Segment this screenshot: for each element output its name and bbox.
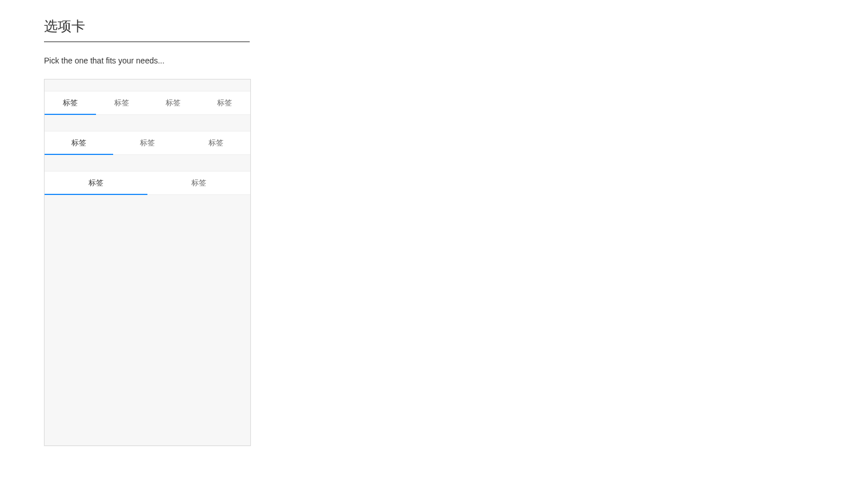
tab-item[interactable]: 标签 [45,91,96,114]
tab-label: 标签 [191,178,206,188]
device-frame: 标签 标签 标签 标签 标签 标签 标签 [44,79,251,446]
page-title: 选项卡 [44,17,250,42]
tab-label: 标签 [166,98,181,108]
page-subtitle: Pick the one that fits your needs... [44,56,824,65]
tab-label: 标签 [217,98,232,108]
tab-label: 标签 [140,138,155,148]
tab-label: 标签 [71,138,86,148]
tab-label: 标签 [63,98,78,108]
tab-item[interactable]: 标签 [45,172,147,194]
tab-label: 标签 [209,138,223,148]
tab-item[interactable]: 标签 [199,91,250,114]
tab-group-2: 标签 标签 [45,171,250,195]
device-body: 标签 标签 标签 标签 标签 标签 标签 [45,79,250,195]
tab-item[interactable]: 标签 [182,132,250,154]
tab-item[interactable]: 标签 [45,132,113,154]
tab-label: 标签 [114,98,129,108]
tab-group-3: 标签 标签 标签 [45,131,250,155]
tab-item[interactable]: 标签 [147,91,199,114]
tab-group-4: 标签 标签 标签 标签 [45,91,250,115]
tab-item[interactable]: 标签 [96,91,147,114]
tab-item[interactable]: 标签 [147,172,250,194]
tab-label: 标签 [89,178,103,188]
tab-item[interactable]: 标签 [113,132,182,154]
